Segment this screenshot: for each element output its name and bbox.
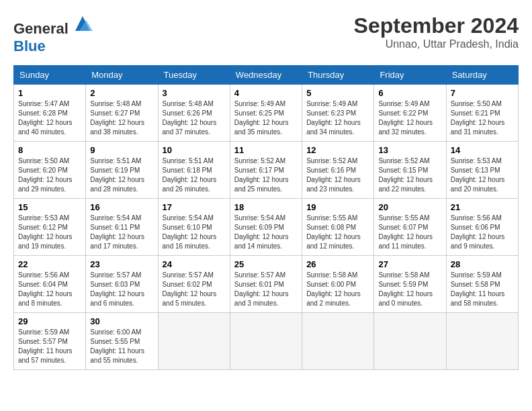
table-row: 6Sunrise: 5:49 AMSunset: 6:22 PMDaylight… (374, 85, 446, 142)
table-row: 18Sunrise: 5:54 AMSunset: 6:09 PMDayligh… (230, 199, 302, 256)
calendar-week-row: 8Sunrise: 5:50 AMSunset: 6:20 PMDaylight… (14, 142, 519, 199)
col-thursday: Thursday (302, 66, 374, 85)
logo-general: General (13, 20, 69, 37)
day-number: 20 (378, 202, 441, 212)
day-number: 22 (18, 259, 81, 269)
day-info: Sunrise: 5:48 AMSunset: 6:27 PMDaylight:… (90, 99, 153, 137)
logo-icon (73, 13, 93, 34)
day-info: Sunrise: 5:49 AMSunset: 6:22 PMDaylight:… (378, 99, 441, 137)
table-row: 4Sunrise: 5:49 AMSunset: 6:25 PMDaylight… (230, 85, 302, 142)
table-row: 17Sunrise: 5:54 AMSunset: 6:10 PMDayligh… (158, 199, 230, 256)
table-row: 14Sunrise: 5:53 AMSunset: 6:13 PMDayligh… (446, 142, 518, 199)
day-info: Sunrise: 5:48 AMSunset: 6:26 PMDaylight:… (163, 99, 226, 137)
day-info: Sunrise: 5:58 AMSunset: 5:59 PMDaylight:… (378, 271, 441, 308)
day-info: Sunrise: 5:51 AMSunset: 6:19 PMDaylight:… (90, 156, 153, 194)
day-number: 12 (306, 145, 369, 155)
table-row: 8Sunrise: 5:50 AMSunset: 6:20 PMDaylight… (14, 142, 86, 199)
logo: General Blue (13, 13, 93, 55)
table-row: 20Sunrise: 5:55 AMSunset: 6:07 PMDayligh… (374, 199, 446, 256)
table-row: 25Sunrise: 5:57 AMSunset: 6:01 PMDayligh… (230, 256, 302, 313)
table-row: 24Sunrise: 5:57 AMSunset: 6:02 PMDayligh… (158, 256, 230, 313)
table-row: 9Sunrise: 5:51 AMSunset: 6:19 PMDaylight… (86, 142, 158, 199)
table-row: 2Sunrise: 5:48 AMSunset: 6:27 PMDaylight… (86, 85, 158, 142)
day-info: Sunrise: 5:58 AMSunset: 6:00 PMDaylight:… (306, 271, 369, 308)
day-number: 29 (18, 316, 81, 326)
table-row: 7Sunrise: 5:50 AMSunset: 6:21 PMDaylight… (446, 85, 518, 142)
table-row: 19Sunrise: 5:55 AMSunset: 6:08 PMDayligh… (302, 199, 374, 256)
day-number: 8 (18, 145, 81, 155)
day-info: Sunrise: 6:00 AMSunset: 5:55 PMDaylight:… (90, 328, 153, 365)
day-info: Sunrise: 5:52 AMSunset: 6:17 PMDaylight:… (234, 156, 298, 194)
table-row: 28Sunrise: 5:59 AMSunset: 5:58 PMDayligh… (446, 256, 518, 313)
col-saturday: Saturday (446, 66, 518, 85)
table-row: 1Sunrise: 5:47 AMSunset: 6:28 PMDaylight… (14, 85, 86, 142)
day-info: Sunrise: 5:57 AMSunset: 6:03 PMDaylight:… (90, 271, 153, 308)
table-row: 26Sunrise: 5:58 AMSunset: 6:00 PMDayligh… (302, 256, 374, 313)
day-number: 26 (306, 259, 369, 269)
day-info: Sunrise: 5:51 AMSunset: 6:18 PMDaylight:… (163, 156, 226, 194)
day-number: 9 (90, 145, 153, 155)
day-number: 1 (18, 88, 81, 98)
day-number: 16 (90, 202, 153, 212)
calendar-table: Sunday Monday Tuesday Wednesday Thursday… (13, 65, 519, 370)
table-row (158, 313, 230, 370)
day-number: 5 (306, 88, 369, 98)
day-number: 4 (234, 88, 298, 98)
day-number: 11 (234, 145, 298, 155)
calendar-week-row: 15Sunrise: 5:53 AMSunset: 6:12 PMDayligh… (14, 199, 519, 256)
day-number: 13 (378, 145, 441, 155)
day-info: Sunrise: 5:52 AMSunset: 6:16 PMDaylight:… (306, 156, 369, 194)
day-number: 28 (451, 259, 514, 269)
col-tuesday: Tuesday (158, 66, 230, 85)
day-number: 17 (163, 202, 226, 212)
day-info: Sunrise: 5:50 AMSunset: 6:21 PMDaylight:… (451, 99, 514, 137)
day-info: Sunrise: 5:49 AMSunset: 6:23 PMDaylight:… (306, 99, 369, 137)
table-row: 3Sunrise: 5:48 AMSunset: 6:26 PMDaylight… (158, 85, 230, 142)
table-row: 11Sunrise: 5:52 AMSunset: 6:17 PMDayligh… (230, 142, 302, 199)
table-row: 29Sunrise: 5:59 AMSunset: 5:57 PMDayligh… (14, 313, 86, 370)
day-info: Sunrise: 5:47 AMSunset: 6:28 PMDaylight:… (18, 99, 81, 137)
day-number: 2 (90, 88, 153, 98)
calendar-week-row: 22Sunrise: 5:56 AMSunset: 6:04 PMDayligh… (14, 256, 519, 313)
day-number: 10 (163, 145, 226, 155)
day-info: Sunrise: 5:56 AMSunset: 6:04 PMDaylight:… (18, 271, 81, 308)
day-number: 30 (90, 316, 153, 326)
day-info: Sunrise: 5:54 AMSunset: 6:09 PMDaylight:… (234, 214, 298, 251)
day-info: Sunrise: 5:59 AMSunset: 5:58 PMDaylight:… (451, 271, 514, 308)
day-info: Sunrise: 5:55 AMSunset: 6:07 PMDaylight:… (378, 214, 441, 251)
day-number: 23 (90, 259, 153, 269)
table-row: 15Sunrise: 5:53 AMSunset: 6:12 PMDayligh… (14, 199, 86, 256)
day-number: 14 (451, 145, 514, 155)
day-number: 27 (378, 259, 441, 269)
table-row: 22Sunrise: 5:56 AMSunset: 6:04 PMDayligh… (14, 256, 86, 313)
day-info: Sunrise: 5:54 AMSunset: 6:11 PMDaylight:… (90, 214, 153, 251)
calendar-week-row: 1Sunrise: 5:47 AMSunset: 6:28 PMDaylight… (14, 85, 519, 142)
table-row (374, 313, 446, 370)
table-row: 16Sunrise: 5:54 AMSunset: 6:11 PMDayligh… (86, 199, 158, 256)
day-number: 6 (378, 88, 441, 98)
day-info: Sunrise: 5:57 AMSunset: 6:02 PMDaylight:… (163, 271, 226, 308)
calendar-week-row: 29Sunrise: 5:59 AMSunset: 5:57 PMDayligh… (14, 313, 519, 370)
table-row: 5Sunrise: 5:49 AMSunset: 6:23 PMDaylight… (302, 85, 374, 142)
table-row (230, 313, 302, 370)
table-row (302, 313, 374, 370)
day-info: Sunrise: 5:50 AMSunset: 6:20 PMDaylight:… (18, 156, 81, 194)
day-number: 25 (234, 259, 298, 269)
table-row: 13Sunrise: 5:52 AMSunset: 6:15 PMDayligh… (374, 142, 446, 199)
day-info: Sunrise: 5:53 AMSunset: 6:12 PMDaylight:… (18, 214, 81, 251)
page-header: General Blue September 2024 Unnao, Uttar… (13, 13, 519, 55)
col-friday: Friday (374, 66, 446, 85)
day-number: 7 (451, 88, 514, 98)
day-number: 21 (451, 202, 514, 212)
day-number: 3 (163, 88, 226, 98)
table-row: 23Sunrise: 5:57 AMSunset: 6:03 PMDayligh… (86, 256, 158, 313)
table-row: 30Sunrise: 6:00 AMSunset: 5:55 PMDayligh… (86, 313, 158, 370)
day-info: Sunrise: 5:53 AMSunset: 6:13 PMDaylight:… (451, 156, 514, 194)
location-subtitle: Unnao, Uttar Pradesh, India (354, 38, 519, 50)
day-number: 19 (306, 202, 369, 212)
calendar-header-row: Sunday Monday Tuesday Wednesday Thursday… (14, 66, 519, 85)
day-info: Sunrise: 5:56 AMSunset: 6:06 PMDaylight:… (451, 214, 514, 251)
table-row: 27Sunrise: 5:58 AMSunset: 5:59 PMDayligh… (374, 256, 446, 313)
day-info: Sunrise: 5:55 AMSunset: 6:08 PMDaylight:… (306, 214, 369, 251)
col-wednesday: Wednesday (230, 66, 302, 85)
